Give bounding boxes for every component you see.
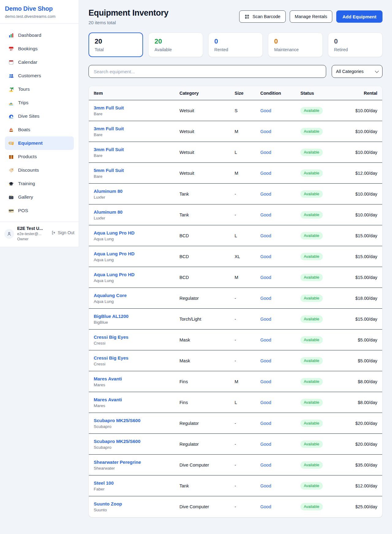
item-brand: Bare — [94, 132, 179, 137]
manage-rentals-button[interactable]: Manage Rentals — [290, 10, 333, 23]
equipment-item-link[interactable]: Aqua Lung Pro HD — [94, 251, 179, 256]
condition-link[interactable]: Good — [260, 296, 271, 301]
filters-row: All Categories — [89, 65, 383, 78]
rental-cell: $15.00/day — [339, 233, 377, 238]
sidebar-item-label: Equipment — [18, 140, 43, 146]
scan-barcode-button[interactable]: Scan Barcode — [239, 10, 285, 23]
stat-card-available[interactable]: 20Available — [148, 32, 203, 57]
tours-icon — [8, 86, 14, 92]
equipment-item-link[interactable]: Aluminum 80 — [94, 189, 179, 194]
discounts-icon — [8, 167, 14, 173]
stat-card-maintenance[interactable]: 0Maintenance — [268, 32, 322, 57]
search-input[interactable] — [89, 65, 326, 78]
equipment-item-link[interactable]: Suunto Zoop — [94, 501, 179, 506]
equipment-item-link[interactable]: Aqualung Core — [94, 293, 179, 298]
equipment-item-link[interactable]: Cressi Big Eyes — [94, 355, 179, 360]
table-row: 3mm Full SuitBareWetsuitMGoodAvailable$1… — [89, 121, 382, 142]
equipment-item-link[interactable]: Scubapro MK25/S600 — [94, 439, 179, 444]
equipment-item-link[interactable]: 3mm Full Suit — [94, 147, 179, 152]
sidebar-item-discounts[interactable]: Discounts — [5, 163, 74, 177]
condition-link[interactable]: Good — [260, 442, 271, 447]
table-row: 5mm Full SuitBareWetsuitMGoodAvailable$1… — [89, 163, 382, 184]
stat-card-retired[interactable]: 0Retired — [328, 32, 383, 57]
condition-link[interactable]: Good — [260, 400, 271, 405]
category-cell: Mask — [179, 338, 235, 342]
rental-cell: $15.00/day — [339, 254, 377, 259]
table-row: Suunto ZoopSuuntoDive Computer-GoodAvail… — [89, 496, 382, 517]
category-select[interactable]: All Categories — [332, 65, 383, 78]
stat-card-total[interactable]: 20Total — [89, 32, 143, 57]
equipment-item-link[interactable]: 3mm Full Suit — [94, 126, 179, 131]
equipment-item-link[interactable]: Scubapro MK25/S600 — [94, 418, 179, 423]
equipment-item-link[interactable]: Aluminum 80 — [94, 209, 179, 215]
equipment-item-link[interactable]: BigBlue AL1200 — [94, 314, 179, 319]
category-cell: Fins — [179, 379, 235, 384]
equipment-item-link[interactable]: 3mm Full Suit — [94, 105, 179, 110]
equipment-item-link[interactable]: 5mm Full Suit — [94, 168, 179, 173]
status-badge: Available — [300, 211, 323, 219]
sidebar-item-customers[interactable]: Customers — [5, 69, 74, 82]
equipment-item-link[interactable]: Mares Avanti — [94, 376, 179, 381]
equipment-item-link[interactable]: Aqua Lung Pro HD — [94, 272, 179, 277]
equipment-item-link[interactable]: Mares Avanti — [94, 397, 179, 402]
condition-link[interactable]: Good — [260, 421, 271, 426]
add-equipment-button[interactable]: Add Equipment — [336, 10, 383, 23]
category-cell: Tank — [179, 483, 235, 488]
category-cell: BCD — [179, 233, 235, 238]
table-row: Aluminum 80LuxferTank-GoodAvailable$10.0… — [89, 204, 382, 225]
sidebar-item-pos[interactable]: POS — [5, 204, 74, 217]
sidebar-item-trips[interactable]: Trips — [5, 96, 74, 109]
status-badge: Available — [300, 503, 323, 510]
condition-link[interactable]: Good — [260, 212, 271, 217]
condition-link[interactable]: Good — [260, 504, 271, 509]
condition-link[interactable]: Good — [260, 171, 271, 176]
sidebar-item-dive-sites[interactable]: Dive Sites — [5, 109, 74, 123]
sidebar-item-equipment[interactable]: Equipment — [5, 136, 74, 150]
sidebar-item-calendar[interactable]: Calendar — [5, 55, 74, 69]
category-cell: Dive Computer — [179, 463, 235, 467]
condition-link[interactable]: Good — [260, 463, 271, 467]
item-brand: Shearwater — [94, 466, 179, 471]
condition-link[interactable]: Good — [260, 254, 271, 259]
sign-out-icon — [51, 230, 56, 235]
sidebar-item-products[interactable]: Products — [5, 150, 74, 163]
equipment-item-link[interactable]: Shearwater Peregrine — [94, 460, 179, 465]
category-cell: BCD — [179, 275, 235, 280]
item-brand: Cressi — [94, 362, 179, 366]
sidebar-item-tours[interactable]: Tours — [5, 82, 74, 96]
item-brand: Scubapro — [94, 424, 179, 429]
equipment-item-link[interactable]: Cressi Big Eyes — [94, 334, 179, 340]
equipment-item-link[interactable]: Steel 100 — [94, 480, 179, 486]
condition-link[interactable]: Good — [260, 275, 271, 280]
condition-link[interactable]: Good — [260, 150, 271, 155]
condition-link[interactable]: Good — [260, 317, 271, 322]
equipment-item-link[interactable]: Aqua Lung Pro HD — [94, 230, 179, 235]
page-title: Equipment Inventory — [89, 8, 168, 18]
sidebar-item-boats[interactable]: Boats — [5, 123, 74, 136]
category-cell: Regulator — [179, 296, 235, 301]
condition-link[interactable]: Good — [260, 338, 271, 342]
condition-link[interactable]: Good — [260, 129, 271, 134]
stat-value: 0 — [274, 37, 316, 45]
sign-out-button[interactable]: Sign Out — [51, 230, 74, 235]
condition-link[interactable]: Good — [260, 379, 271, 384]
sidebar-item-label: Dashboard — [18, 32, 41, 38]
sidebar-item-gallery[interactable]: Gallery — [5, 190, 74, 204]
condition-link[interactable]: Good — [260, 233, 271, 238]
table-row: 3mm Full SuitBareWetsuitSGoodAvailable$1… — [89, 100, 382, 121]
stat-card-rented[interactable]: 0Rented — [208, 32, 263, 57]
stat-value: 0 — [214, 37, 257, 45]
stat-label: Rented — [214, 47, 257, 52]
sidebar-item-bookings[interactable]: 17Bookings — [5, 42, 74, 55]
sidebar-item-dashboard[interactable]: Dashboard — [5, 29, 74, 42]
category-cell: BCD — [179, 254, 235, 259]
category-cell: Regulator — [179, 421, 235, 426]
user-role: Owner — [17, 237, 43, 241]
customers-icon — [8, 73, 14, 79]
condition-link[interactable]: Good — [260, 358, 271, 363]
size-cell: M — [235, 129, 260, 134]
condition-link[interactable]: Good — [260, 192, 271, 196]
condition-link[interactable]: Good — [260, 108, 271, 113]
sidebar-item-training[interactable]: Training — [5, 177, 74, 190]
condition-link[interactable]: Good — [260, 483, 271, 488]
